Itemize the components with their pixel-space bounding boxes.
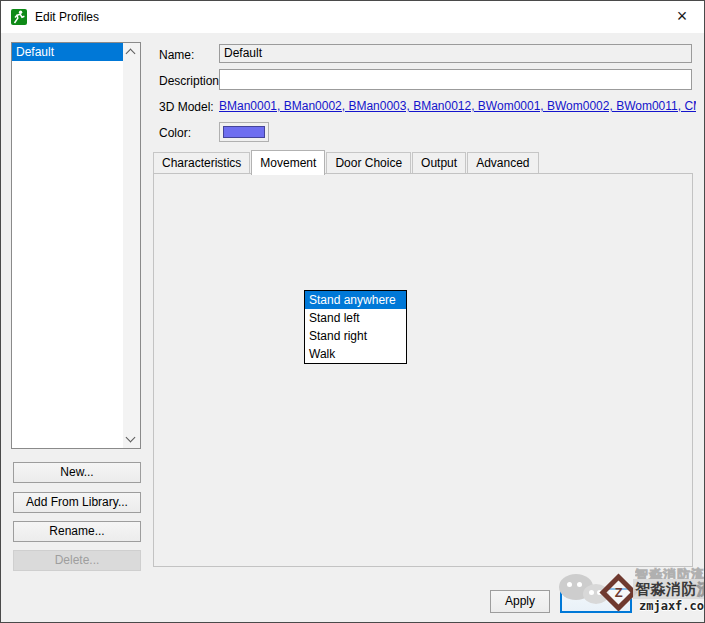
titlebar: Edit Profiles × bbox=[1, 1, 704, 33]
tab-output[interactable]: Output bbox=[412, 152, 466, 173]
option-walk[interactable]: Walk bbox=[305, 345, 406, 363]
scroll-down-icon[interactable] bbox=[126, 433, 136, 443]
rename-button[interactable]: Rename... bbox=[13, 521, 141, 542]
description-input[interactable] bbox=[219, 69, 692, 90]
new-button[interactable]: New... bbox=[13, 462, 141, 483]
add-from-library-button[interactable]: Add From Library... bbox=[13, 492, 141, 513]
scroll-up-icon[interactable] bbox=[126, 49, 136, 59]
option-stand-left[interactable]: Stand left bbox=[305, 309, 406, 327]
tabstrip: Characteristics Movement Door Choice Out… bbox=[153, 150, 540, 175]
app-icon bbox=[11, 9, 27, 25]
model-links[interactable]: BMan0001, BMan0002, BMan0003, BMan0012, … bbox=[219, 99, 696, 114]
name-input[interactable]: Default bbox=[219, 44, 692, 63]
description-label: Description: bbox=[159, 74, 222, 88]
option-stand-anywhere[interactable]: Stand anywhere bbox=[305, 291, 406, 309]
movement-panel bbox=[153, 173, 693, 567]
close-button[interactable] bbox=[560, 588, 632, 613]
tab-door-choice[interactable]: Door Choice bbox=[326, 152, 411, 173]
watermark-brand-text: 智淼消防流 bbox=[633, 579, 705, 599]
name-label: Name: bbox=[159, 48, 194, 62]
edit-profiles-dialog: Edit Profiles × Default New... Add From … bbox=[0, 0, 705, 623]
listbox-scrollbar[interactable] bbox=[123, 43, 140, 448]
option-stand-right[interactable]: Stand right bbox=[305, 327, 406, 345]
model-label: 3D Model: bbox=[159, 100, 214, 114]
escalator-dropdown: Stand anywhere Stand left Stand right Wa… bbox=[304, 290, 407, 364]
list-item-default[interactable]: Default bbox=[12, 43, 123, 61]
apply-button[interactable]: Apply bbox=[490, 590, 550, 613]
watermark-brand-outline: 流 bbox=[697, 580, 705, 597]
profiles-listbox[interactable]: Default bbox=[11, 42, 141, 449]
window-title: Edit Profiles bbox=[35, 10, 99, 24]
color-swatch bbox=[223, 126, 265, 138]
color-label: Color: bbox=[159, 126, 191, 140]
watermark-url: zmjaxf.com bbox=[639, 599, 705, 613]
tab-characteristics[interactable]: Characteristics bbox=[153, 152, 250, 173]
close-icon[interactable]: × bbox=[660, 1, 704, 32]
delete-button: Delete... bbox=[13, 550, 141, 571]
color-swatch-button[interactable] bbox=[219, 122, 269, 142]
tab-advanced[interactable]: Advanced bbox=[467, 152, 538, 173]
watermark-brand-bold: 智淼消防 bbox=[635, 580, 697, 597]
tab-movement[interactable]: Movement bbox=[251, 150, 325, 175]
watermark-outline-text: 智淼消防流 bbox=[635, 566, 705, 579]
